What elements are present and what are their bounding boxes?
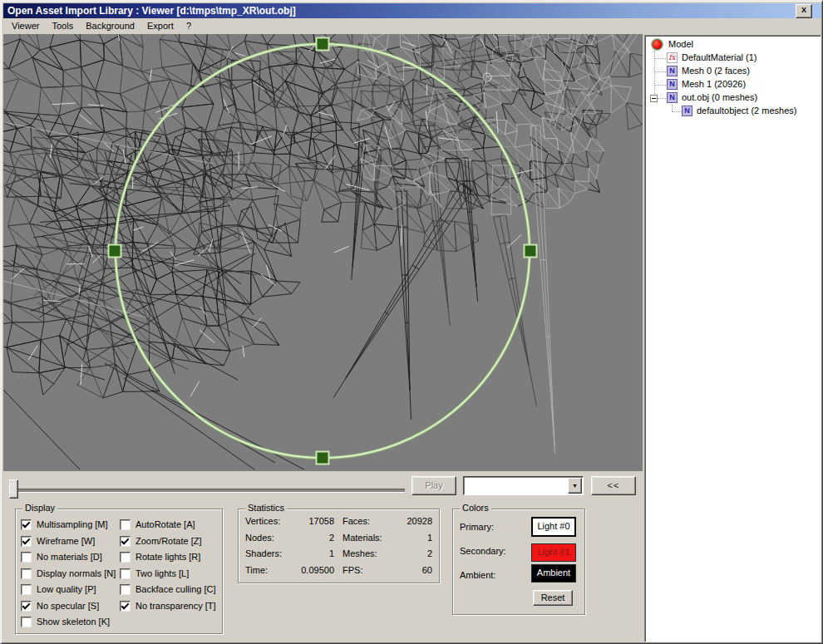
collapse-panel-button[interactable]: << [591, 476, 636, 495]
trackball-handle-top[interactable] [317, 38, 329, 51]
tree-item-out-obj[interactable]: N out.obj (0 meshes) [647, 91, 819, 105]
tree-item-label: Mesh 1 (20926) [682, 79, 746, 90]
tree-item-model[interactable]: Model [647, 38, 819, 52]
model-tree-panel: Model fx DefaultMaterial (1) N Mesh 0 (2… [644, 35, 821, 642]
animation-combo[interactable]: ▼ [463, 476, 584, 495]
checkbox-label: Zoom/Rotate [Z] [136, 536, 201, 546]
tree-item-label: Mesh 0 (2 faces) [682, 66, 750, 76]
checkbox-label: No specular [S] [37, 601, 99, 611]
reset-button[interactable]: Reset [533, 590, 573, 606]
material-icon: fx [667, 52, 678, 63]
trackball-ring-outer [116, 44, 530, 458]
checkbox-label: Rotate lights [R] [136, 552, 200, 562]
tree-item-defaultobject[interactable]: N defaultobject (2 meshes) [647, 105, 819, 118]
tree-item-material[interactable]: fx DefaultMaterial (1) [647, 52, 819, 65]
tree-item-label: Model [668, 39, 693, 50]
tree-item-mesh-0[interactable]: N Mesh 0 (2 faces) [647, 65, 819, 78]
stat-value: 17058 [284, 516, 334, 527]
checkbox-no-transparency[interactable] [120, 601, 131, 612]
ambient-light-button[interactable]: Ambient [531, 564, 576, 583]
stat-label: Meshes: [343, 548, 377, 559]
trackball-ring[interactable] [116, 44, 530, 458]
stat-label: FPS: [343, 565, 362, 576]
checkbox-label: Two lights [L] [136, 568, 189, 578]
menu-item-viewer[interactable]: Viewer [7, 18, 44, 31]
menu-bar: Viewer Tools Background Export ? [3, 18, 821, 34]
checkbox-label: Backface culling [C] [136, 584, 216, 594]
checkbox-no-specular[interactable] [21, 601, 32, 612]
trackball-handle-right[interactable] [525, 245, 537, 258]
trackball-handle-bottom[interactable] [317, 452, 329, 465]
secondary-color-label: Secondary: [460, 546, 506, 557]
trackball-overlay [3, 34, 643, 470]
app-window: Open Asset Import Library : Viewer [d:\t… [0, 0, 823, 644]
tree-item-label: defaultobject (2 meshes) [697, 106, 796, 116]
stat-label: Nodes: [245, 533, 274, 543]
mesh-icon: N [667, 66, 678, 76]
node-icon: N [682, 106, 692, 116]
stat-label: Shaders: [245, 548, 282, 559]
combo-dropdown-button[interactable]: ▼ [568, 478, 582, 494]
display-group: Display Multisampling [M] Wireframe [W] … [15, 509, 223, 634]
checkbox-label: Low quality [P] [37, 584, 96, 594]
menu-item-background[interactable]: Background [81, 18, 140, 31]
colors-group: Colors Primary: Secondary: Ambient: Ligh… [452, 509, 585, 615]
stat-value: 2 [382, 548, 432, 559]
stat-value: 60 [382, 565, 432, 576]
stat-label: Materials: [343, 533, 382, 543]
viewport-3d[interactable] [3, 34, 643, 471]
stat-label: Time: [245, 565, 268, 576]
primary-light-button[interactable]: Light #0 [531, 517, 576, 537]
checkbox-wireframe[interactable] [21, 536, 32, 547]
checkbox-display-normals[interactable] [21, 568, 32, 579]
stat-value: 20928 [382, 516, 432, 527]
checkbox-multisampling[interactable] [21, 519, 32, 530]
timeline-slider[interactable] [8, 479, 407, 501]
model-tree[interactable]: Model fx DefaultMaterial (1) N Mesh 0 (2… [647, 37, 819, 640]
window-title: Open Asset Import Library : Viewer [d:\t… [7, 5, 296, 17]
collapse-panel-label: << [608, 480, 620, 490]
checkbox-label: Multisampling [M] [37, 519, 108, 529]
menu-item-help[interactable]: ? [181, 18, 196, 31]
stat-value: 0.09500 [284, 565, 334, 576]
menu-item-tools[interactable]: Tools [47, 18, 79, 31]
checkbox-zoom-rotate[interactable] [120, 536, 131, 547]
checkbox-two-lights[interactable] [120, 568, 131, 579]
trackball-handle-left[interactable] [109, 245, 121, 258]
checkbox-label: No transparency [T] [136, 601, 216, 611]
checkbox-label: AutoRotate [A] [136, 519, 195, 529]
statistics-group: Statistics Vertices: 17058 Faces: 20928 … [238, 509, 440, 583]
stat-value: 1 [284, 548, 334, 559]
tree-item-label: DefaultMaterial (1) [682, 52, 756, 63]
checkbox-rotate-lights[interactable] [120, 552, 131, 563]
checkbox-no-materials[interactable] [21, 552, 32, 563]
mesh-icon: N [667, 79, 678, 90]
stat-value: 1 [382, 533, 432, 543]
checkbox-low-quality[interactable] [21, 584, 32, 595]
close-icon: X [801, 6, 806, 14]
checkbox-label: Show skeleton [K] [37, 617, 110, 627]
slider-thumb[interactable] [9, 479, 18, 499]
slider-track[interactable] [10, 489, 405, 493]
checkbox-show-skeleton[interactable] [21, 617, 32, 627]
checkbox-label: No materials [D] [37, 552, 102, 562]
play-button-label: Play [425, 480, 442, 490]
statistics-group-title: Statistics [245, 503, 287, 514]
colors-group-title: Colors [460, 503, 491, 514]
checkbox-autorotate[interactable] [120, 519, 131, 530]
tree-item-mesh-1[interactable]: N Mesh 1 (20926) [647, 78, 819, 91]
close-button[interactable]: X [796, 4, 812, 18]
secondary-light-button[interactable]: Light #1 [531, 543, 576, 562]
stat-label: Faces: [343, 516, 370, 527]
display-group-title: Display [22, 503, 57, 514]
checkbox-label: Display normals [N] [37, 568, 116, 578]
primary-color-label: Primary: [460, 522, 494, 533]
window-titlebar[interactable]: Open Asset Import Library : Viewer [d:\t… [3, 3, 821, 18]
ambient-color-label: Ambient: [460, 570, 495, 581]
stat-label: Vertices: [245, 516, 280, 527]
model-icon [652, 39, 663, 50]
checkbox-label: Wireframe [W] [37, 536, 95, 546]
play-button[interactable]: Play [412, 476, 456, 495]
checkbox-backface-culling[interactable] [120, 584, 131, 595]
menu-item-export[interactable]: Export [142, 18, 179, 31]
